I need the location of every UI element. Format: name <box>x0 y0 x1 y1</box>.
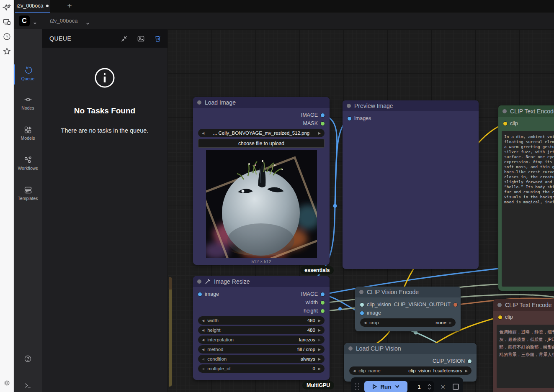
sidebar-item-workflows[interactable]: Workflows <box>14 156 42 171</box>
workflow-name[interactable]: i2v_00boca <box>50 18 78 24</box>
output-slot-width[interactable] <box>321 301 325 305</box>
widget-method[interactable]: ◀methodfill / crop▶ <box>198 345 325 354</box>
node-clip-text-encode-negative[interactable]: CLIP Text Encode clip 色调艳丽，过曝，静态，细节模 灰，最… <box>493 299 554 392</box>
logo-chevron-down-icon[interactable] <box>33 19 37 23</box>
unsaved-dot-icon <box>46 5 49 7</box>
sparkle-icon[interactable] <box>3 3 11 12</box>
devices-icon[interactable] <box>3 18 11 26</box>
queue-panel: QUEUE No Tasks Found There are no tasks … <box>42 29 167 392</box>
output-slot-mask[interactable] <box>321 122 325 126</box>
node-header[interactable]: CLIP Text Encode <box>498 105 554 117</box>
widget-width[interactable]: ◀width480▶ <box>198 316 325 325</box>
stop-icon[interactable] <box>453 384 459 390</box>
widget-condition[interactable]: ◀conditionalways▶ <box>198 355 325 363</box>
terminal-button[interactable] <box>14 382 42 391</box>
workflow-chevron-down-icon[interactable] <box>86 20 90 23</box>
input-slot-clip[interactable] <box>498 315 502 319</box>
run-options-chevron-icon[interactable] <box>395 385 399 388</box>
widget-height[interactable]: ◀height480▶ <box>198 326 325 334</box>
input-label: clip_vision <box>367 302 391 307</box>
node-preview-image[interactable]: Preview Image images <box>343 100 479 269</box>
output-slot-clip-vision[interactable] <box>468 359 472 363</box>
combo-left-arrow-icon[interactable]: ◀ <box>202 131 204 135</box>
node-clip-vision-encode[interactable]: CLIP Vision Encode clip_vision CLIP_VISI… <box>355 287 461 331</box>
new-tab-button[interactable]: + <box>64 1 75 11</box>
widget-clip-name[interactable]: ◀clip_nameclip_vision_h.safetensors▶ <box>349 366 472 375</box>
sidebar: Queue Nodes Models Workflows Templates <box>14 29 42 392</box>
node-header[interactable]: Image Resize <box>193 276 330 287</box>
output-slot-clip-vision-output[interactable] <box>454 303 457 307</box>
output-slot-image[interactable] <box>321 113 325 117</box>
combo-right-arrow-icon[interactable]: ▶ <box>318 131 321 135</box>
favorites-star-icon[interactable] <box>3 47 11 56</box>
output-slot-height[interactable] <box>321 309 325 313</box>
sidebar-item-queue[interactable]: Queue <box>14 66 42 81</box>
node-title: Load Image <box>205 99 236 106</box>
input-slot-images[interactable] <box>348 117 351 120</box>
node-header[interactable]: Load Image <box>193 97 330 108</box>
collapse-dot-icon[interactable] <box>359 290 363 294</box>
empty-message: There are no tasks in the queue. <box>61 126 149 135</box>
sidebar-item-models[interactable]: Models <box>14 126 42 141</box>
link-midpoint-dot <box>338 307 342 310</box>
node-header[interactable]: Load CLIP Vision <box>344 343 477 354</box>
output-slot-image[interactable] <box>321 292 325 296</box>
sidebar-item-nodes[interactable]: Nodes <box>14 95 42 110</box>
decrement-icon[interactable] <box>428 387 431 389</box>
combo-value: ... Celly_BONVOYAGE_mv_resized_512.png <box>213 131 310 136</box>
nodes-icon <box>24 95 32 104</box>
output-label: IMAGE <box>301 112 318 118</box>
node-clip-text-encode-positive[interactable]: CLIP Text Encode clip In a dim, ambient … <box>498 105 554 291</box>
history-clock-icon[interactable] <box>3 32 11 41</box>
collapse-dot-icon[interactable] <box>197 100 201 105</box>
node-header[interactable]: CLIP Text Encode <box>493 299 554 311</box>
settings-gear-icon[interactable] <box>3 379 11 387</box>
input-slot-image[interactable] <box>360 311 364 315</box>
browser-side-rail <box>0 0 14 392</box>
prompt-textarea[interactable]: 色调艳丽，过曝，静态，细节模 灰，最差质量，低质量，JPEG压 部，画得不好的脸… <box>497 325 554 388</box>
drag-handle-icon[interactable] <box>355 383 360 390</box>
wrench-icon <box>205 279 211 284</box>
node-header[interactable]: Preview Image <box>343 100 479 111</box>
sidebar-item-label: Nodes <box>21 105 34 110</box>
sidebar-item-templates[interactable]: Templates <box>14 186 42 201</box>
tab-title: i2v_00boca <box>17 3 44 9</box>
workflow-top-bar: C i2v_00boca <box>14 13 554 29</box>
prompt-textarea[interactable]: In a dim, ambient void floating surreal … <box>502 131 554 287</box>
batch-count-input[interactable]: 1 <box>408 381 434 392</box>
widget-multiple-of[interactable]: ◀multiple_of0▶ <box>198 364 325 373</box>
increment-icon[interactable] <box>428 384 431 386</box>
widget-interpolation[interactable]: ◀interpolationlanczos▶ <box>198 336 325 344</box>
widget-crop[interactable]: ◀cropnone▶ <box>360 318 456 327</box>
input-slot-clip-vision[interactable] <box>360 303 364 307</box>
input-slot-clip[interactable] <box>503 122 507 126</box>
tab-i2v-00boca[interactable]: i2v_00boca <box>15 0 50 13</box>
node-load-clip-vision[interactable]: Load CLIP Vision CLIP_VISION ◀clip_namec… <box>344 343 477 382</box>
batch-count-value: 1 <box>411 384 428 390</box>
node-graph-canvas[interactable]: Load Image IMAGE MASK ◀ ... Celly_BONVOY… <box>167 29 554 392</box>
collapse-dot-icon[interactable] <box>348 346 353 351</box>
comfyui-logo[interactable]: C <box>19 15 30 26</box>
image-preview-icon[interactable] <box>137 35 145 43</box>
choose-file-button[interactable]: choose file to upload <box>198 139 325 148</box>
help-button[interactable] <box>14 355 42 364</box>
reroute-dot[interactable] <box>333 204 337 208</box>
collapse-dot-icon[interactable] <box>502 109 507 113</box>
collapse-dot-icon[interactable] <box>497 303 502 307</box>
output-label: CLIP_VISION <box>433 358 465 364</box>
input-slot-image[interactable] <box>198 292 202 296</box>
run-button[interactable]: Run <box>364 381 408 392</box>
clear-queue-trash-icon[interactable] <box>154 35 162 43</box>
node-load-image[interactable]: Load Image IMAGE MASK ◀ ... Celly_BONVOY… <box>193 97 330 265</box>
node-title: CLIP Text Encode <box>505 302 552 308</box>
image-file-combo[interactable]: ◀ ... Celly_BONVOYAGE_mv_resized_512.png… <box>198 129 325 137</box>
cancel-icon[interactable]: × <box>441 383 445 391</box>
multigpu-badge: MultiGPU <box>302 381 334 389</box>
collapse-panel-icon[interactable] <box>120 35 128 43</box>
node-image-resize[interactable]: Image Resize image IMAGE width height ◀w… <box>193 276 330 380</box>
collapse-dot-icon[interactable] <box>197 279 201 284</box>
offscreen-node-edge[interactable] <box>169 277 172 387</box>
tab-bar: i2v_00boca + <box>14 0 554 13</box>
collapse-dot-icon[interactable] <box>347 104 351 108</box>
node-header[interactable]: CLIP Vision Encode <box>355 287 461 297</box>
